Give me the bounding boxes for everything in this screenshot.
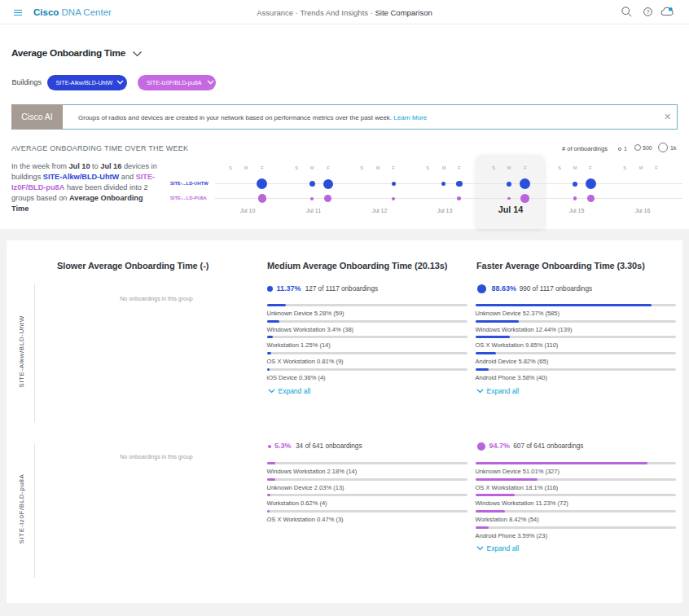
svg-text:?: ? (646, 8, 649, 15)
